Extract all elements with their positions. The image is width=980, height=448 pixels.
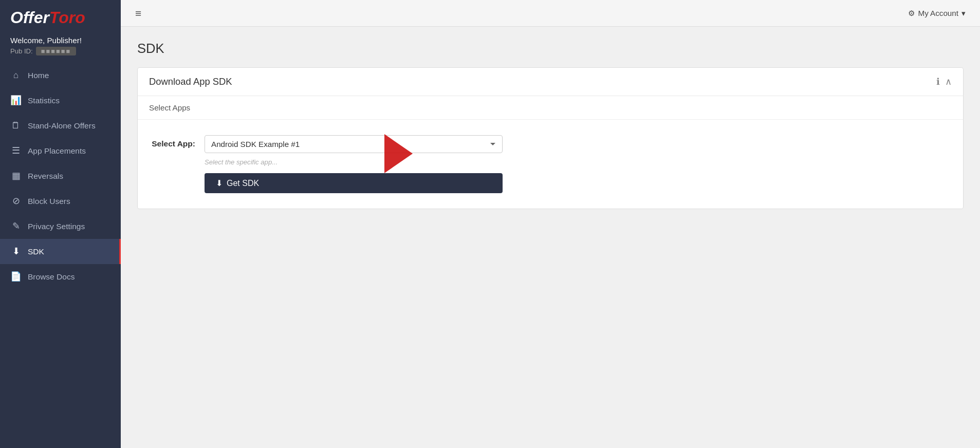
sidebar-item-label: Block Users: [28, 197, 70, 206]
sdk-icon: ⬇: [10, 246, 22, 257]
sidebar-item-label: App Placements: [28, 146, 86, 156]
sidebar-item-browse-docs[interactable]: 📄 Browse Docs: [0, 264, 121, 289]
pub-id-label: Pub ID:: [10, 47, 33, 55]
card-header: Download App SDK ℹ ∧: [138, 68, 963, 96]
sidebar-item-statistics[interactable]: 📊 Statistics: [0, 88, 121, 113]
arrow-pointer: [384, 134, 413, 173]
get-sdk-button[interactable]: ⬇ Get SDK: [205, 173, 503, 193]
logo-offer: Offer: [10, 8, 49, 27]
get-sdk-label: Get SDK: [227, 179, 259, 188]
pub-id-row: Pub ID: ■■■■■■: [0, 46, 121, 63]
sidebar-item-home[interactable]: ⌂ Home: [0, 63, 121, 88]
stand-alone-offers-icon: 🗒: [10, 120, 22, 131]
sidebar-item-label: Home: [28, 71, 49, 80]
sidebar-item-block-users[interactable]: ⊘ Block Users: [0, 189, 121, 214]
form-row: Select App: Android SDK Example #1 Selec…: [138, 120, 963, 209]
logo-toro: Toro: [49, 8, 85, 27]
browse-docs-icon: 📄: [10, 271, 22, 282]
sidebar-item-privacy-settings[interactable]: ✎ Privacy Settings: [0, 214, 121, 239]
sdk-card: Download App SDK ℹ ∧ Select Apps Select …: [137, 67, 964, 209]
sidebar: OfferToro Welcome, Publisher! Pub ID: ■■…: [0, 0, 121, 448]
sidebar-item-label: Privacy Settings: [28, 222, 85, 231]
form-controls: Android SDK Example #1 Select the specif…: [205, 135, 503, 193]
main-content: ≡ ⚙ My Account ▾ SDK Download App SDK ℹ …: [121, 0, 980, 448]
block-users-icon: ⊘: [10, 196, 22, 207]
app-placements-icon: ☰: [10, 145, 22, 156]
my-account-menu[interactable]: ⚙ My Account ▾: [908, 9, 966, 18]
sidebar-item-label: Browse Docs: [28, 272, 75, 282]
home-icon: ⌂: [10, 70, 22, 81]
hamburger-menu[interactable]: ≡: [135, 7, 141, 20]
select-apps-label: Select Apps: [138, 96, 963, 120]
sidebar-item-label: SDK: [28, 247, 44, 256]
pub-id-value: ■■■■■■: [36, 47, 76, 55]
page-content: SDK Download App SDK ℹ ∧ Select Apps Sel…: [121, 27, 980, 448]
page-title: SDK: [137, 41, 964, 56]
select-app-label: Select App:: [149, 135, 195, 148]
privacy-icon: ✎: [10, 221, 22, 232]
card-header-title: Download App SDK: [149, 76, 232, 87]
sidebar-item-label: Reversals: [28, 172, 63, 181]
sidebar-item-stand-alone-offers[interactable]: 🗒 Stand-Alone Offers: [0, 113, 121, 138]
my-account-label: My Account: [918, 9, 958, 17]
collapse-icon[interactable]: ∧: [945, 77, 952, 87]
reversals-icon: ▦: [10, 171, 22, 181]
select-apps-section: Select Apps Select App: Android SDK Exam…: [138, 96, 963, 209]
logo: OfferToro: [0, 0, 121, 31]
info-icon[interactable]: ℹ: [936, 77, 940, 87]
sidebar-item-sdk[interactable]: ⬇ SDK: [0, 239, 121, 264]
sidebar-item-app-placements[interactable]: ☰ App Placements: [0, 138, 121, 163]
topbar: ≡ ⚙ My Account ▾: [121, 0, 980, 27]
sidebar-item-reversals[interactable]: ▦ Reversals: [0, 163, 121, 189]
welcome-message: Welcome, Publisher!: [0, 31, 121, 46]
sidebar-item-label: Stand-Alone Offers: [28, 121, 96, 130]
app-select[interactable]: Android SDK Example #1: [205, 135, 503, 153]
card-header-icons: ℹ ∧: [936, 77, 952, 87]
select-hint: Select the specific app...: [205, 158, 503, 166]
chevron-down-icon: ▾: [961, 9, 966, 18]
sidebar-item-label: Statistics: [28, 96, 60, 105]
statistics-icon: 📊: [10, 95, 22, 106]
gear-icon: ⚙: [908, 9, 915, 18]
download-icon: ⬇: [216, 178, 223, 188]
